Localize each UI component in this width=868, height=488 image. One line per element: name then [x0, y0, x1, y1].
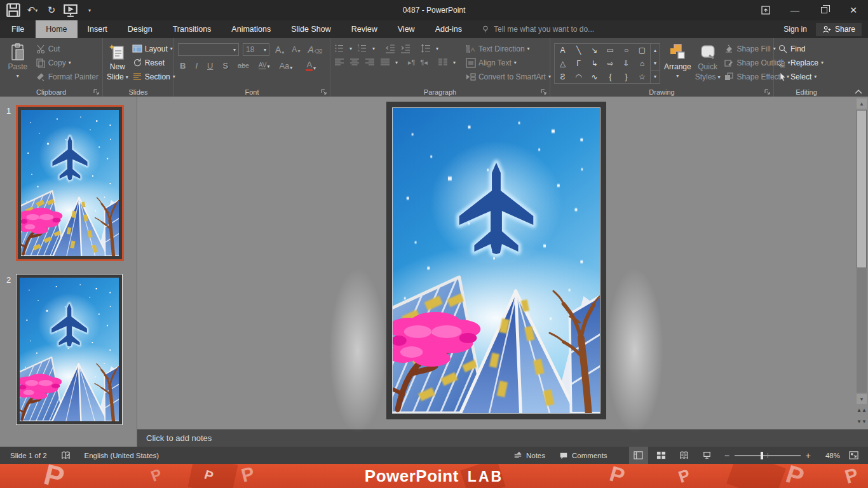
customize-qat-button[interactable]: ▾ — [81, 2, 98, 18]
zoom-in-button[interactable]: + — [806, 451, 811, 461]
clear-formatting-button[interactable]: A⌫ — [306, 44, 324, 55]
shape-callout[interactable]: ⌂ — [634, 57, 650, 71]
font-size-combo[interactable]: 18▾ — [243, 43, 269, 56]
character-spacing-button[interactable]: AV▾ — [257, 62, 272, 69]
justify-button[interactable] — [380, 57, 390, 67]
language-indicator[interactable]: English (United States) — [79, 447, 165, 464]
convert-to-smartart-button[interactable]: Convert to SmartArt▾ — [466, 71, 551, 82]
previous-slide-button[interactable]: ▲▲ — [857, 405, 867, 416]
rtl-text-button[interactable]: ¶◂ — [420, 57, 427, 67]
reading-view-button[interactable] — [675, 447, 694, 464]
scroll-down-button[interactable]: ▼ — [857, 394, 867, 404]
shape-elbow-arrow-connector[interactable]: ↳ — [587, 57, 602, 71]
tab-file[interactable]: File — [0, 20, 36, 38]
format-painter-button[interactable]: Format Painter — [36, 71, 98, 82]
shapes-gallery[interactable]: A ╲ ↘ ▭ ○ ▢ △ Γ ↳ ⇨ ⇩ ⌂ Ƨ ◠ ∿ { } — [554, 43, 651, 84]
spell-check-button[interactable] — [56, 447, 76, 464]
slide-show-view-button[interactable] — [698, 447, 717, 464]
zoom-slider-thumb[interactable] — [761, 452, 763, 459]
tell-me-box[interactable]: Tell me what you want to do... — [472, 20, 594, 38]
next-slide-button[interactable]: ▼▼ — [857, 417, 867, 427]
shapes-scroll-up-button[interactable]: ▲ — [651, 44, 660, 57]
grow-font-button[interactable]: A▴ — [273, 44, 286, 55]
minimize-button[interactable]: — — [780, 0, 810, 20]
zoom-percentage[interactable]: 48% — [818, 452, 840, 459]
notes-toggle[interactable]: Notes — [508, 447, 550, 464]
strikethrough-button[interactable]: abc — [236, 62, 251, 69]
sign-in-link[interactable]: Sign in — [777, 25, 813, 34]
numbering-button[interactable] — [357, 43, 367, 53]
line-spacing-button[interactable] — [421, 43, 431, 53]
shape-elbow-connector[interactable]: Γ — [571, 57, 587, 71]
slide-sorter-view-button[interactable] — [652, 447, 671, 464]
restore-button[interactable] — [810, 0, 839, 20]
shape-scribble[interactable]: Ƨ — [555, 70, 571, 83]
ribbon-display-options-button[interactable] — [751, 0, 780, 20]
tab-transitions[interactable]: Transitions — [163, 20, 222, 38]
text-shadow-button[interactable]: S — [220, 61, 230, 71]
zoom-out-button[interactable]: − — [724, 451, 729, 461]
current-slide[interactable] — [386, 102, 606, 419]
tab-insert[interactable]: Insert — [78, 20, 118, 38]
start-from-beginning-button[interactable] — [62, 2, 79, 18]
undo-button[interactable]: ↶▾ — [24, 2, 41, 18]
normal-view-button[interactable] — [629, 447, 648, 464]
text-direction-button[interactable]: AText Direction▾ — [466, 43, 551, 54]
font-color-button[interactable]: A▾ — [304, 60, 318, 71]
scrollbar-thumb[interactable] — [857, 110, 867, 268]
shape-oval[interactable]: ○ — [618, 44, 634, 57]
shape-down-arrow[interactable]: ⇩ — [618, 57, 634, 71]
tab-add-ins[interactable]: Add-ins — [425, 20, 472, 38]
collapse-ribbon-button[interactable] — [854, 88, 863, 95]
tab-animations[interactable]: Animations — [221, 20, 281, 38]
italic-button[interactable]: I — [193, 61, 200, 71]
arrange-button[interactable]: Arrange ▾ — [664, 41, 691, 86]
shape-arc[interactable]: ◠ — [571, 70, 587, 83]
slide-editing-canvas[interactable] — [137, 97, 855, 429]
align-center-button[interactable] — [349, 57, 360, 67]
bullets-button[interactable] — [334, 43, 344, 53]
shape-curve[interactable]: ∿ — [587, 70, 602, 83]
notes-pane[interactable]: Click to add notes — [137, 429, 868, 447]
align-text-button[interactable]: Align Text▾ — [466, 57, 551, 68]
close-button[interactable]: × — [839, 0, 868, 20]
shapes-more-button[interactable]: ▼ — [651, 70, 660, 83]
layout-button[interactable]: Layout▾ — [132, 43, 175, 54]
paragraph-dialog-launcher[interactable] — [541, 88, 547, 95]
shape-right-arrow[interactable]: ⇨ — [602, 57, 618, 71]
clipboard-dialog-launcher[interactable] — [93, 88, 100, 95]
slide-indicator[interactable]: Slide 1 of 2 — [5, 447, 52, 464]
comments-toggle[interactable]: Comments — [554, 447, 613, 464]
change-case-button[interactable]: Aa▾ — [277, 61, 294, 71]
copy-button[interactable]: Copy▾ — [36, 57, 98, 68]
tab-design[interactable]: Design — [118, 20, 163, 38]
font-name-combo[interactable]: ▾ — [178, 43, 239, 56]
scrollbar-track[interactable] — [857, 110, 867, 393]
underline-button[interactable]: U — [205, 61, 215, 71]
scroll-up-button[interactable]: ▲ — [857, 98, 867, 109]
tab-home[interactable]: Home — [36, 20, 77, 38]
shape-triangle[interactable]: △ — [555, 57, 571, 71]
new-slide-button[interactable]: New Slide▾ — [107, 41, 128, 86]
cut-button[interactable]: Cut — [36, 43, 98, 54]
ltr-text-button[interactable]: ▸¶ — [408, 57, 415, 67]
paste-button[interactable]: Paste ▾ — [4, 41, 32, 86]
shape-arrow[interactable]: ↘ — [587, 44, 602, 57]
shape-text-box[interactable]: A — [555, 44, 571, 57]
shrink-font-button[interactable]: A▾ — [290, 45, 302, 54]
share-button[interactable]: Share — [816, 23, 862, 36]
shape-rectangle[interactable]: ▭ — [602, 44, 618, 57]
shape-line[interactable]: ╲ — [571, 44, 587, 57]
slide-thumbnail-1[interactable] — [16, 105, 124, 261]
shape-left-brace[interactable]: { — [602, 70, 618, 83]
section-button[interactable]: Section▾ — [132, 71, 175, 82]
tab-review[interactable]: Review — [341, 20, 388, 38]
select-button[interactable]: Select▾ — [778, 71, 824, 82]
font-dialog-launcher[interactable] — [321, 88, 327, 95]
replace-button[interactable]: abacReplace▾ — [778, 57, 824, 68]
zoom-slider-track[interactable] — [735, 455, 801, 456]
slide-thumbnail-2[interactable] — [16, 274, 123, 425]
bold-button[interactable]: B — [178, 61, 187, 71]
shapes-scroll-down-button[interactable]: ▼ — [651, 57, 660, 69]
find-button[interactable]: Find — [778, 43, 824, 54]
